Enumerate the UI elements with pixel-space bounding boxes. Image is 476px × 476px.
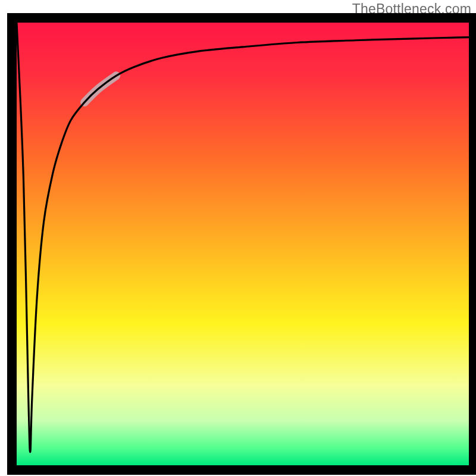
- chart-svg: [0, 0, 476, 476]
- gradient-background: [17, 23, 469, 465]
- chart-stage: TheBottleneck.com: [0, 0, 476, 476]
